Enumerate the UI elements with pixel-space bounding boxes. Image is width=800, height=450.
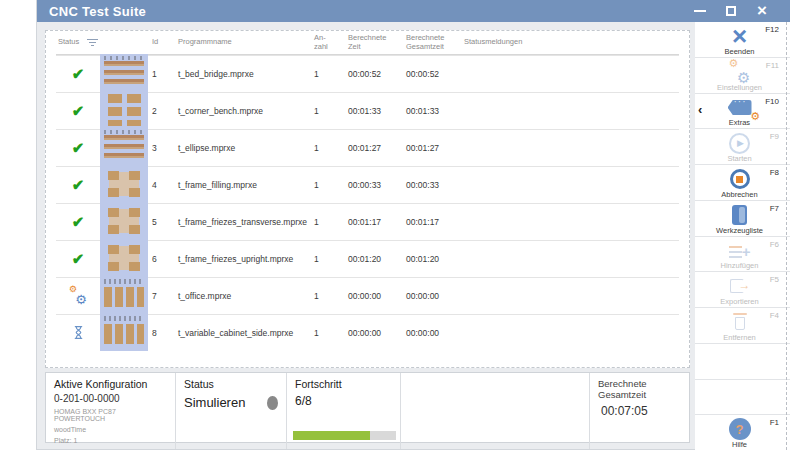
col-zeit[interactable]: Berechnete Zeit	[348, 34, 400, 51]
sidebar-item-abbrechen[interactable]: F8Abbrechen	[695, 165, 790, 201]
konfiguration-id: 0-201-00-0000	[54, 393, 167, 404]
row-anzahl: 1	[314, 217, 348, 227]
success-check-icon: ✔	[72, 250, 85, 268]
title-bar: CNC Test Suite ×	[37, 0, 790, 22]
col-anzahl[interactable]: An-zahl	[314, 34, 336, 51]
success-check-icon: ✔	[72, 139, 85, 157]
sidebar-item-hilfe[interactable]: F1?Hilfe	[695, 415, 790, 450]
row-berechnete-zeit: 00:00:00	[348, 328, 406, 338]
row-berechnete-gesamtzeit: 00:00:00	[406, 291, 464, 301]
table-row[interactable]: ✔3t_ellipse.mprxe100:01:2700:01:27	[56, 129, 679, 166]
row-berechnete-gesamtzeit: 00:01:33	[406, 106, 464, 116]
sidebar-item-label: Einstellungen	[695, 83, 784, 92]
program-table: Status Id Programmname An-zahl Berechnet…	[45, 30, 690, 368]
help-icon: ?	[695, 417, 784, 441]
progress-bar	[293, 431, 396, 440]
close-icon[interactable]: ×	[754, 3, 770, 19]
content-area: Status Id Programmname An-zahl Berechnet…	[37, 22, 695, 450]
success-check-icon: ✔	[72, 213, 85, 231]
sidebar-item-werkzeugliste[interactable]: F7Werkzeugliste	[695, 201, 790, 237]
table-row[interactable]: ✔2t_corner_bench.mprxe100:01:3300:01:33	[56, 92, 679, 129]
col-gesamtzeit[interactable]: Berechnete Gesamtzeit	[406, 34, 458, 51]
program-name: t_office.mprxe	[178, 291, 314, 301]
row-anzahl: 1	[314, 328, 348, 338]
row-id: 4	[152, 180, 178, 190]
program-thumbnail	[100, 239, 148, 277]
sidebar-item-label: Hinzufügen	[695, 261, 784, 270]
maximize-icon[interactable]	[723, 3, 739, 19]
table-row[interactable]: ✔5t_frame_friezes_transverse.mprxe100:01…	[56, 203, 679, 240]
sidebar-item-beenden[interactable]: F12×Beenden	[695, 22, 790, 58]
col-programmname[interactable]: Programmname	[178, 38, 314, 47]
konfiguration-software: woodTime	[54, 426, 167, 433]
sidebar-item-hinzufgen[interactable]: F6+Hinzufügen	[695, 237, 790, 273]
status-title: Status	[184, 378, 278, 390]
table-row[interactable]: ✔1t_bed_bridge.mprxe100:00:5200:00:52	[56, 55, 679, 92]
sidebar-item-label: Werkzeugliste	[695, 226, 784, 235]
row-berechnete-gesamtzeit: 00:00:00	[406, 328, 464, 338]
table-row[interactable]: ⚙⚙7t_office.mprxe100:00:0000:00:00	[56, 277, 679, 314]
row-anzahl: 1	[314, 143, 348, 153]
table-body: ✔1t_bed_bridge.mprxe100:00:5200:00:52✔2t…	[56, 55, 679, 351]
sidebar-item-entfernen[interactable]: F4Entfernen	[695, 308, 790, 344]
fortschritt-value: 6/8	[295, 394, 392, 408]
window-controls: ×	[692, 3, 770, 19]
empty-slot	[695, 382, 784, 406]
sidebar-item-label: Exportieren	[695, 297, 784, 306]
panel-gesamtzeit: Berechnete Gesamtzeit 00:07:05	[590, 373, 689, 449]
close-icon: ×	[695, 24, 784, 48]
row-anzahl: 1	[314, 254, 348, 264]
panel-fortschritt: Fortschritt 6/8	[287, 373, 401, 449]
program-thumbnail	[100, 91, 148, 129]
stop-icon	[695, 167, 784, 191]
program-name: t_frame_friezes_transverse.mprxe	[178, 217, 314, 227]
program-name: t_bed_bridge.mprxe	[178, 69, 314, 79]
col-id[interactable]: Id	[152, 38, 178, 47]
sidebar-item-empty	[695, 344, 790, 380]
panel-aktive-konfiguration: Aktive Konfiguration 0-201-00-0000 HOMAG…	[46, 373, 176, 449]
sidebar-item-label: Extras	[695, 118, 784, 127]
program-thumbnail	[100, 202, 148, 240]
row-anzahl: 1	[314, 69, 348, 79]
program-name: t_corner_bench.mprxe	[178, 106, 314, 116]
sidebar-item-extras[interactable]: ‹F10···⚙Extras	[695, 94, 790, 130]
row-berechnete-zeit: 00:01:33	[348, 106, 406, 116]
row-anzahl: 1	[314, 106, 348, 116]
trash-icon	[695, 310, 784, 334]
app-window: CNC Test Suite × Status Id Programmname …	[36, 0, 790, 450]
sidebar-item-exportieren[interactable]: F5→Exportieren	[695, 272, 790, 308]
row-berechnete-gesamtzeit: 00:00:52	[406, 69, 464, 79]
row-berechnete-gesamtzeit: 00:01:17	[406, 217, 464, 227]
gesamtzeit-title: Berechnete Gesamtzeit	[598, 378, 681, 400]
row-berechnete-zeit: 00:01:20	[348, 254, 406, 264]
table-row[interactable]: 8t_variable_cabinet_side.mprxe100:00:000…	[56, 314, 679, 351]
processing-gears-icon: ⚙⚙	[69, 287, 87, 305]
konfiguration-platz: Platz: 1	[54, 437, 167, 444]
filter-icon[interactable]	[87, 39, 98, 46]
status-indicator-dot	[267, 396, 278, 410]
progress-fill	[293, 431, 370, 440]
panel-status: Status Simulieren	[176, 373, 287, 449]
success-check-icon: ✔	[72, 102, 85, 120]
sidebar-item-einstellungen[interactable]: F11⚙⚙Einstellungen	[695, 58, 790, 94]
minimize-icon[interactable]	[692, 3, 708, 19]
program-thumbnail	[100, 313, 148, 351]
row-id: 6	[152, 254, 178, 264]
table-row[interactable]: ✔6t_frame_friezes_upright.mprxe100:01:20…	[56, 240, 679, 277]
col-statusmeldungen[interactable]: Statusmeldungen	[464, 38, 679, 47]
program-name: t_variable_cabinet_side.mprxe	[178, 328, 314, 338]
program-name: t_frame_friezes_upright.mprxe	[178, 254, 314, 264]
table-row[interactable]: ✔4t_frame_filling.mprxe100:00:3300:00:33	[56, 166, 679, 203]
konfiguration-machine: HOMAG BXX PC87 POWERTOUCH	[54, 408, 167, 422]
sidebar-item-label: Hilfe	[695, 440, 784, 449]
gesamtzeit-value: 00:07:05	[598, 404, 681, 418]
row-berechnete-gesamtzeit: 00:00:33	[406, 180, 464, 190]
sidebar-item-label: Starten	[695, 154, 784, 163]
function-key-sidebar: F12×BeendenF11⚙⚙Einstellungen‹F10···⚙Ext…	[695, 22, 790, 450]
col-status[interactable]: Status	[58, 38, 79, 47]
play-icon: ▶	[695, 131, 784, 155]
row-berechnete-zeit: 00:00:33	[348, 180, 406, 190]
sidebar-item-label: Entfernen	[695, 333, 784, 342]
sidebar-item-starten[interactable]: F9▶Starten	[695, 129, 790, 165]
row-id: 1	[152, 69, 178, 79]
